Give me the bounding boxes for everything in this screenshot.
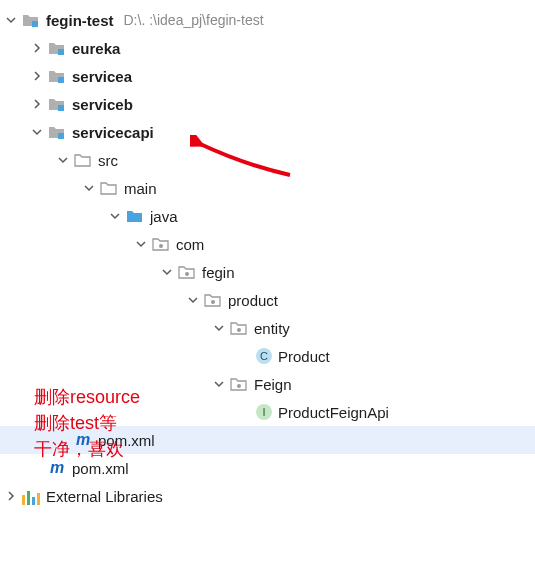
interface-icon: I — [256, 404, 272, 420]
class-icon: C — [256, 348, 272, 364]
node-label: fegin-test — [46, 12, 114, 29]
chevron-right-icon[interactable] — [30, 97, 44, 111]
node-java[interactable]: java — [0, 202, 535, 230]
module-folder-icon — [48, 95, 66, 113]
node-product-class[interactable]: C Product — [0, 342, 535, 370]
chevron-down-icon[interactable] — [160, 265, 174, 279]
node-label: eureka — [72, 40, 120, 57]
chevron-down-icon[interactable] — [186, 293, 200, 307]
node-fegin[interactable]: fegin — [0, 258, 535, 286]
chevron-right-icon[interactable] — [30, 41, 44, 55]
chevron-down-icon[interactable] — [134, 237, 148, 251]
module-folder-icon — [48, 123, 66, 141]
chevron-down-icon[interactable] — [212, 377, 226, 391]
node-label: Product — [278, 348, 330, 365]
node-eureka[interactable]: eureka — [0, 34, 535, 62]
annotation-text: 删除resource 删除test等 干净，喜欢 — [34, 384, 140, 462]
node-label: java — [150, 208, 178, 225]
chevron-right-icon[interactable] — [30, 69, 44, 83]
annotation-line: 干净，喜欢 — [34, 436, 140, 462]
package-icon — [230, 319, 248, 337]
folder-icon — [100, 179, 118, 197]
folder-icon — [74, 151, 92, 169]
package-icon — [152, 235, 170, 253]
chevron-down-icon[interactable] — [4, 13, 18, 27]
node-label: servicecapi — [72, 124, 154, 141]
package-icon — [204, 291, 222, 309]
node-product[interactable]: product — [0, 286, 535, 314]
module-folder-icon — [22, 11, 40, 29]
node-label: servicea — [72, 68, 132, 85]
node-external-libraries[interactable]: External Libraries — [0, 482, 535, 510]
chevron-down-icon[interactable] — [82, 181, 96, 195]
chevron-down-icon[interactable] — [108, 209, 122, 223]
node-label: Feign — [254, 376, 292, 393]
node-servicecapi[interactable]: servicecapi — [0, 118, 535, 146]
node-com[interactable]: com — [0, 230, 535, 258]
chevron-down-icon[interactable] — [30, 125, 44, 139]
source-folder-icon — [126, 207, 144, 225]
node-label: product — [228, 292, 278, 309]
node-label: fegin — [202, 264, 235, 281]
node-label: src — [98, 152, 118, 169]
annotation-line: 删除test等 — [34, 410, 140, 436]
node-label: serviceb — [72, 96, 133, 113]
annotation-line: 删除resource — [34, 384, 140, 410]
node-root[interactable]: fegin-test D:\. :\idea_pj\fegin-test — [0, 6, 535, 34]
package-icon — [230, 375, 248, 393]
node-main[interactable]: main — [0, 174, 535, 202]
node-path: D:\. :\idea_pj\fegin-test — [124, 12, 264, 28]
library-icon — [22, 487, 40, 505]
chevron-right-icon[interactable] — [4, 489, 18, 503]
node-label: main — [124, 180, 157, 197]
node-label: ProductFeignApi — [278, 404, 389, 421]
chevron-down-icon[interactable] — [212, 321, 226, 335]
node-label: External Libraries — [46, 488, 163, 505]
module-folder-icon — [48, 67, 66, 85]
node-label: com — [176, 236, 204, 253]
node-serviceb[interactable]: serviceb — [0, 90, 535, 118]
node-src[interactable]: src — [0, 146, 535, 174]
node-servicea[interactable]: servicea — [0, 62, 535, 90]
node-label: pom.xml — [72, 460, 129, 477]
node-entity[interactable]: entity — [0, 314, 535, 342]
node-label: entity — [254, 320, 290, 337]
package-icon — [178, 263, 196, 281]
chevron-down-icon[interactable] — [56, 153, 70, 167]
module-folder-icon — [48, 39, 66, 57]
